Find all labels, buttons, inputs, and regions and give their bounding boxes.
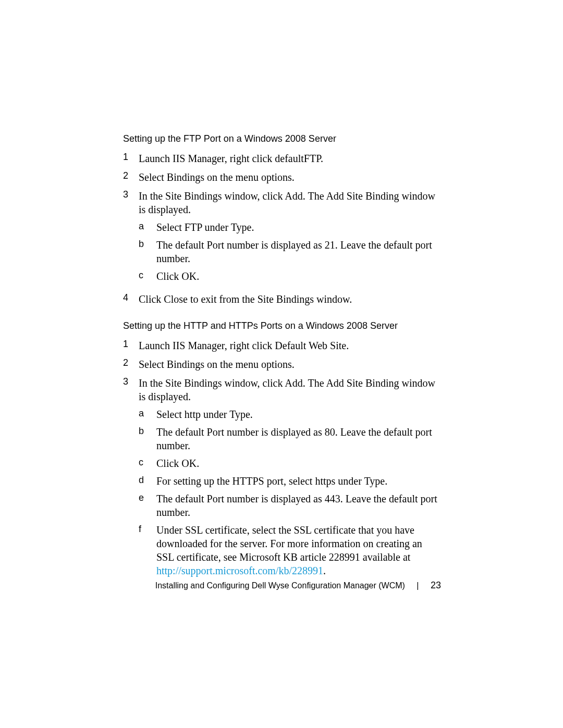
sublist-text: Select http under Type. [156, 408, 442, 421]
list-text-span: In the Site Bindings window, click Add. … [139, 377, 435, 402]
sublist-text: The default Port number is displayed as … [156, 238, 442, 265]
content-area: Setting up the FTP Port on a Windows 200… [123, 133, 442, 594]
sublist-item: a Select http under Type. [139, 408, 442, 421]
sublist-text: The default Port number is displayed as … [156, 492, 442, 519]
list-item: 1 Launch IIS Manager, right click defaul… [123, 152, 442, 165]
sublist-text: Click OK. [156, 269, 442, 283]
sublist-text: Click OK. [156, 456, 442, 470]
sublist-marker: e [139, 492, 156, 519]
sublist-text-post: . [323, 565, 326, 576]
section1-heading: Setting up the FTP Port on a Windows 200… [123, 133, 442, 144]
section2-heading: Setting up the HTTP and HTTPs Ports on a… [123, 320, 442, 331]
list-text: Select Bindings on the menu options. [139, 170, 442, 184]
list-marker: 2 [123, 357, 139, 371]
sublist-marker: d [139, 474, 156, 488]
list-text: Select Bindings on the menu options. [139, 357, 442, 371]
list-item: 3 In the Site Bindings window, click Add… [123, 376, 442, 582]
list-text: In the Site Bindings window, click Add. … [139, 376, 442, 582]
list-text: Launch IIS Manager, right click Default … [139, 339, 442, 352]
list-marker: 2 [123, 170, 139, 184]
list-text-span: In the Site Bindings window, click Add. … [139, 190, 435, 215]
sublist-marker: a [139, 220, 156, 234]
list-item: 1 Launch IIS Manager, right click Defaul… [123, 339, 442, 352]
sublist-item: b The default Port number is displayed a… [139, 238, 442, 265]
sublist-marker: b [139, 238, 156, 265]
sublist-item: c Click OK. [139, 269, 442, 283]
list-marker: 1 [123, 339, 139, 352]
list-text: Click Close to exit from the Site Bindin… [139, 292, 442, 306]
sublist-marker: c [139, 269, 156, 283]
sublist-marker: b [139, 425, 156, 452]
list-item: 3 In the Site Bindings window, click Add… [123, 189, 442, 287]
sublist-text: For setting up the HTTPS port, select ht… [156, 474, 442, 488]
sublist-item: f Under SSL certificate, select the SSL … [139, 523, 442, 577]
sublist-item: e The default Port number is displayed a… [139, 492, 442, 519]
sublist-text: Under SSL certificate, select the SSL ce… [156, 523, 442, 577]
list-text: In the Site Bindings window, click Add. … [139, 189, 442, 287]
sublist: a Select http under Type. b The default … [139, 408, 442, 577]
sublist-item: d For setting up the HTTPS port, select … [139, 474, 442, 488]
page-footer: Installing and Configuring Dell Wyse Con… [0, 580, 441, 591]
sublist-item: a Select FTP under Type. [139, 220, 442, 234]
list-item: 2 Select Bindings on the menu options. [123, 170, 442, 184]
list-marker: 4 [123, 292, 139, 306]
sublist-item: c Click OK. [139, 456, 442, 470]
sublist-item: b The default Port number is displayed a… [139, 425, 442, 452]
section2-list: 1 Launch IIS Manager, right click Defaul… [123, 339, 442, 582]
sublist-marker: f [139, 523, 156, 577]
list-text: Launch IIS Manager, right click defaultF… [139, 152, 442, 165]
list-marker: 3 [123, 376, 139, 582]
section1-list: 1 Launch IIS Manager, right click defaul… [123, 152, 442, 306]
sublist-marker: c [139, 456, 156, 470]
sublist-marker: a [139, 408, 156, 421]
sublist-text-pre: Under SSL certificate, select the SSL ce… [156, 524, 422, 563]
list-marker: 3 [123, 189, 139, 287]
footer-title: Installing and Configuring Dell Wyse Con… [155, 581, 405, 590]
list-item: 4 Click Close to exit from the Site Bind… [123, 292, 442, 306]
list-marker: 1 [123, 152, 139, 165]
sublist: a Select FTP under Type. b The default P… [139, 220, 442, 283]
kb-link[interactable]: http://support.microsoft.com/kb/228991 [156, 565, 323, 576]
page-number: 23 [431, 580, 441, 590]
sublist-text: Select FTP under Type. [156, 220, 442, 234]
footer-separator: | [417, 581, 419, 590]
page: Setting up the FTP Port on a Windows 200… [0, 0, 563, 728]
list-item: 2 Select Bindings on the menu options. [123, 357, 442, 371]
sublist-text: The default Port number is displayed as … [156, 425, 442, 452]
